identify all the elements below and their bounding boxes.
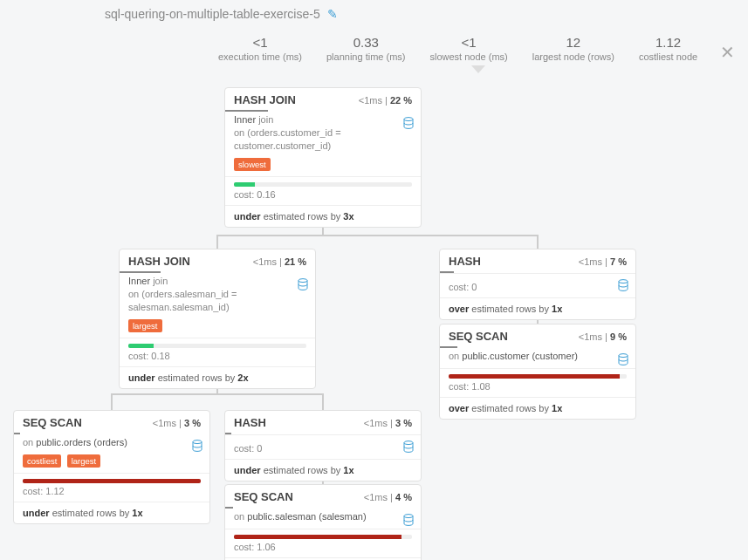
- stat-slowest: <1 slowest node (ms): [429, 35, 507, 62]
- stat-largest: 12 largest node (rows): [532, 35, 614, 62]
- node-op: HASH: [449, 255, 481, 268]
- plan-node-seqscan-orders[interactable]: SEQ SCAN <1ms | 3 % on public.orders (or…: [13, 410, 210, 524]
- node-op: HASH JOIN: [128, 255, 190, 268]
- stat-exec-time: <1 execution time (ms): [218, 35, 302, 62]
- database-icon: [192, 440, 202, 454]
- plan-node-hash-right[interactable]: HASH <1ms | 7 % cost: 0 over estimated r…: [439, 249, 636, 320]
- stats-bar: <1 execution time (ms) 0.33 planning tim…: [218, 35, 731, 62]
- badge-costliest: costliest: [23, 454, 61, 468]
- svg-point-3: [619, 354, 628, 358]
- database-icon: [618, 353, 628, 368]
- svg-point-0: [404, 118, 413, 121]
- node-time-pct: <1ms | 22 %: [359, 95, 412, 106]
- node-op: HASH JOIN: [234, 93, 296, 106]
- cost-bar: [234, 182, 412, 187]
- node-time-pct: <1ms | 21 %: [253, 256, 306, 267]
- database-icon: [298, 278, 308, 293]
- plan-node-seqscan-salesman[interactable]: SEQ SCAN <1ms | 4 % on public.salesman (…: [224, 484, 422, 560]
- cost-bar: [128, 344, 306, 348]
- stat-plan-time: 0.33 planning time (ms): [326, 35, 405, 62]
- svg-point-6: [404, 515, 413, 518]
- edit-icon[interactable]: ✎: [327, 7, 338, 21]
- svg-point-4: [193, 440, 202, 444]
- badge-largest: largest: [67, 454, 101, 468]
- node-desc: Inner join on (orders.customer_id = cust…: [234, 112, 412, 153]
- plan-node-hash-join-inner[interactable]: HASH JOIN <1ms | 21 % Inner join on (ord…: [119, 249, 316, 389]
- row-estimate: under estimated rows by 3x: [225, 206, 421, 227]
- database-icon: [403, 514, 414, 529]
- close-icon[interactable]: ✕: [720, 42, 735, 63]
- database-icon: [403, 117, 414, 132]
- cost-label: cost: 0.16: [234, 189, 412, 200]
- svg-point-2: [619, 280, 628, 283]
- badge-slowest: slowest: [234, 158, 271, 171]
- plan-node-seqscan-customer[interactable]: SEQ SCAN <1ms | 9 % on public.customer (…: [439, 324, 636, 420]
- svg-point-5: [404, 441, 413, 445]
- stats-pointer: [471, 65, 485, 73]
- plan-node-hash-join-root[interactable]: HASH JOIN <1ms | 22 % Inner join on (ord…: [224, 87, 422, 228]
- page-title: sql-quering-on-multiple-table-exercise-5: [105, 7, 320, 21]
- stat-costliest: 1.12 costliest node: [639, 35, 697, 62]
- node-desc: Inner join on (orders.salesman_id = sale…: [128, 273, 306, 314]
- database-icon: [618, 279, 628, 294]
- badge-largest: largest: [128, 319, 162, 332]
- svg-point-1: [299, 279, 307, 283]
- database-icon: [403, 440, 414, 455]
- plan-node-hash-left[interactable]: HASH <1ms | 3 % cost: 0 under estimated …: [224, 410, 422, 481]
